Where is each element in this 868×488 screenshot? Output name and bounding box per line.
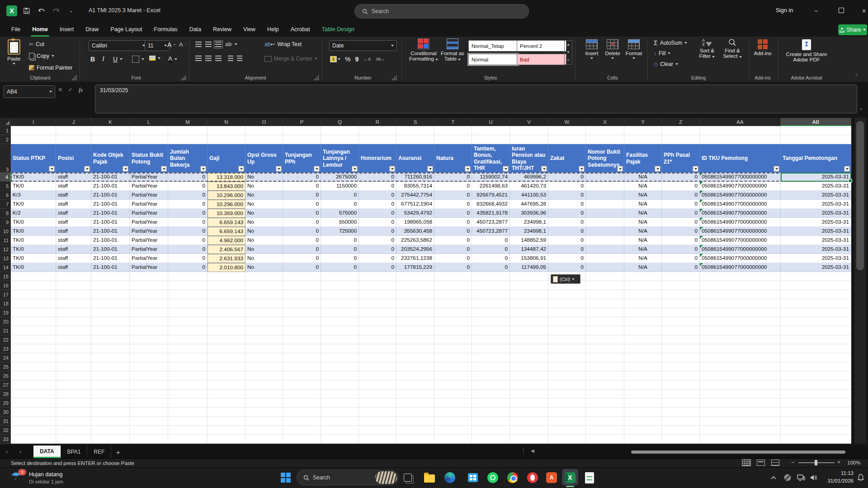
data-cell-r4cR[interactable]: 0 [359,173,396,182]
ribbon-tab-file[interactable]: File [5,22,26,37]
data-cell-r7cJ[interactable]: staff [56,200,91,209]
data-cell-r13cAB[interactable]: 2025-03-31 [781,254,851,263]
filter-button[interactable] [655,166,660,172]
data-cell-r5cQ[interactable]: 1150000 [321,182,359,191]
data-cell-r10cI[interactable]: TK/0 [11,227,56,236]
data-cell-r8cM[interactable]: 0 [168,209,208,218]
row-number-16[interactable]: 16 [0,281,11,290]
data-cell-r10cV[interactable]: 234998,1 [510,227,548,236]
data-cell-r10cW[interactable]: 0 [548,227,586,236]
data-cell-r14cY[interactable]: N/A [624,263,662,272]
data-cell-r7cQ[interactable]: 0 [321,200,359,209]
filter-button[interactable] [427,166,433,172]
filter-button[interactable] [579,166,585,172]
data-cell-r9cZ[interactable]: 0 [662,218,700,227]
data-cell-r14cAA[interactable]: 0508615499077000000000 [700,263,781,272]
header-cell-14[interactable]: Iuran Pensiun atau Biaya THT/JHT [510,144,548,173]
data-cell-r12cJ[interactable]: staff [56,245,91,254]
data-cell-r10cR[interactable]: 0 [359,227,396,236]
data-cell-r10cY[interactable]: N/A [624,227,662,236]
header-cell-13[interactable]: Tantiem, Bonus, Gratifikasi, THR [472,144,510,173]
data-cell-r11cK[interactable]: 21-100-01 [91,236,130,245]
filter-button[interactable] [84,166,90,172]
notification-bell-icon[interactable] [855,471,866,484]
data-cell-r14cAB[interactable]: 2025-03-31 [781,263,851,272]
data-cell-r6cN[interactable]: 10.296.000 [208,191,245,200]
data-cell-r12cI[interactable]: TK/0 [11,245,56,254]
sign-in-button[interactable]: Sign in [776,7,793,14]
header-cell-3[interactable]: Kode Objek Pajak [91,144,130,173]
filter-button[interactable] [503,166,509,172]
row-number-22[interactable]: 22 [0,335,11,344]
sort-filter-button[interactable]: AZ Sort &Filter [695,38,719,59]
column-letter-S[interactable]: S [396,118,434,126]
column-letter-Q[interactable]: Q [321,118,359,126]
data-cell-r5cAA[interactable]: 0508615499077000000000 [700,182,781,191]
row-number-9[interactable]: 9 [0,218,11,227]
data-cell-r11cY[interactable]: N/A [624,236,662,245]
data-cell-r8cO[interactable]: No [245,209,283,218]
data-cell-r6cS[interactable]: 275442,7754 [396,191,434,200]
data-cell-r4cJ[interactable]: staff [56,173,91,182]
align-left-icon[interactable] [195,56,202,61]
filter-button[interactable] [389,166,395,172]
column-letter-V[interactable]: V [510,118,548,126]
row-number-31[interactable]: 31 [0,417,11,426]
name-box[interactable]: AB4 [4,85,55,98]
data-cell-r10cAB[interactable]: 2025-03-31 [781,227,851,236]
header-cell-17[interactable]: Fasilitas Pajak [624,144,662,173]
column-letter-I[interactable]: I [11,118,56,126]
data-cell-r7cN[interactable]: 10.296.000 [208,200,245,209]
data-cell-r11cU[interactable]: 0 [472,236,510,245]
data-cell-r5cL[interactable]: PartialYear [130,182,168,191]
column-letter-U[interactable]: U [472,118,510,126]
data-cell-r9cP[interactable]: 0 [283,218,321,227]
save-icon[interactable] [22,6,32,15]
wrap-text-button[interactable]: ab↩ Wrap Text [264,41,302,47]
sheet-nav-right-icon[interactable]: › [14,446,27,458]
column-letter-L[interactable]: L [130,118,168,126]
header-cell-2[interactable]: Posisi [56,144,91,173]
cancel-formula-icon[interactable]: ✕ [58,86,63,93]
sheet-tab-ref[interactable]: REF [87,446,111,458]
data-cell-r14cJ[interactable]: staff [56,263,91,272]
data-cell-r12cX[interactable] [586,245,624,254]
header-cell-16[interactable]: Nomor Bukti Potong Sebelumnya [586,144,624,173]
filter-button[interactable] [465,166,471,172]
data-cell-r11cN[interactable]: 4.962.000 [208,236,245,245]
zoom-in-button[interactable]: + [837,459,840,465]
align-middle-icon[interactable] [205,42,212,47]
data-cell-r10cU[interactable]: 450723,2877 [472,227,510,236]
data-cell-r9cK[interactable]: 21-100-01 [91,218,130,227]
data-cell-r5cN[interactable]: 13.843.000 [208,182,245,191]
header-cell-11[interactable]: Asuransi [396,144,434,173]
data-cell-r11cW[interactable]: 0 [548,236,586,245]
data-cell-r6cR[interactable]: 0 [359,191,396,200]
column-letter-N[interactable]: N [208,118,245,126]
filter-button[interactable] [693,166,698,172]
data-cell-r13cT[interactable]: 0 [434,254,472,263]
data-cell-r4cW[interactable]: 0 [548,173,586,182]
column-letter-W[interactable]: W [548,118,586,126]
data-cell-r13cK[interactable]: 21-100-01 [91,254,130,263]
merge-center-button[interactable]: Merge & Center [264,56,317,62]
data-cell-r10cJ[interactable]: staff [56,227,91,236]
data-cell-r6cAB[interactable]: 2025-03-31 [781,191,851,200]
data-cell-r9cN[interactable]: 6.659.143 [208,218,245,227]
data-cell-r14cQ[interactable]: 0 [321,263,359,272]
horizontal-scrollbar-thumb[interactable] [631,450,845,454]
data-cell-r13cN[interactable]: 2.631.933 [208,254,245,263]
data-cell-r11cT[interactable]: 0 [434,236,472,245]
chrome-icon[interactable] [506,471,519,484]
row-number-17[interactable]: 17 [0,290,11,299]
ribbon-tab-draw[interactable]: Draw [80,22,104,37]
data-cell-r6cO[interactable]: No [245,191,283,200]
data-cell-r10cM[interactable]: 0 [168,227,208,236]
header-cell-15[interactable]: Zakat [548,144,586,173]
data-cell-r7cY[interactable]: N/A [624,200,662,209]
data-cell-r7cAB[interactable]: 2025-03-31 [781,200,851,209]
accounting-format-icon[interactable]: $ [330,56,340,62]
data-cell-r12cU[interactable]: 0 [472,245,510,254]
row-number-6[interactable]: 6 [0,191,11,200]
data-cell-r11cS[interactable]: 225263,5862 [396,236,434,245]
